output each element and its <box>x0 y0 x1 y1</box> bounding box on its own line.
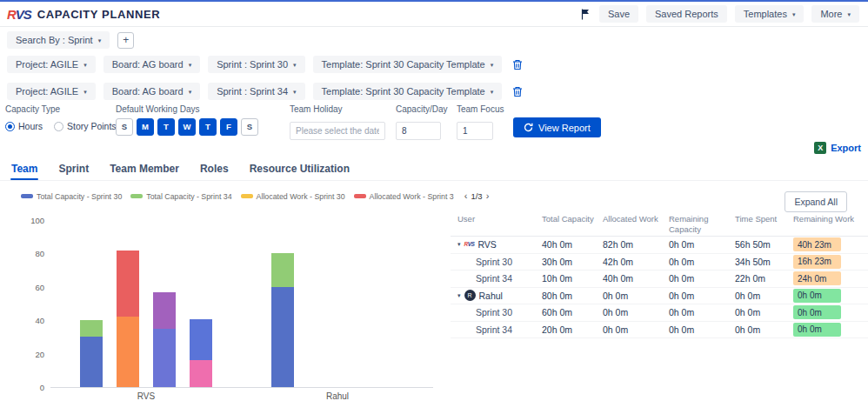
x-axis-label-rvs: RVS <box>137 391 155 401</box>
y-axis-tick: 20 <box>35 349 44 358</box>
bar-segment-total-capacity[interactable] <box>80 337 103 387</box>
more-dropdown-label: More <box>820 9 842 19</box>
board-dropdown[interactable]: Board: AG board▾ <box>103 83 200 100</box>
app-title: Capacity Planner <box>37 8 160 21</box>
cell-total-capacity: 30h 0m <box>542 257 603 267</box>
bar-segment-remaining-work[interactable] <box>190 319 212 359</box>
delete-filter-row-icon[interactable] <box>512 86 523 97</box>
bar-segment-total-capacity[interactable] <box>271 253 294 286</box>
bar-segment-total-capacity[interactable] <box>271 287 294 387</box>
bar-segment-remaining-work[interactable] <box>190 360 212 387</box>
cell-allocated-work: 42h 0m <box>603 257 669 267</box>
chevron-down-icon: ▾ <box>189 89 192 95</box>
column-header-remaining-work: Remaining Work <box>793 214 866 224</box>
expand-all-button[interactable]: Expand All <box>785 191 847 212</box>
tab-resource-utilization[interactable]: Resource Utilization <box>249 158 351 180</box>
team-holiday-label: Team Holiday <box>290 104 385 114</box>
cell-total-capacity: 10h 0m <box>542 273 603 284</box>
legend-item-total-capacity-sprint-30[interactable]: Total Capacity - Sprint 30 <box>21 192 122 201</box>
legend-item-allocated-work-sprint-30[interactable]: Allocated Work - Sprint 30 <box>241 192 345 201</box>
template-dropdown-label: Template: Sprint 30 Capacity Template <box>322 59 485 70</box>
project-dropdown[interactable]: Project: AGILE▾ <box>7 83 96 100</box>
bookmark-flag-icon[interactable] <box>581 9 590 20</box>
working-day-toggle-3[interactable]: W <box>178 118 196 136</box>
search-by-label: Search By : Sprint <box>16 35 93 45</box>
capacity-per-day-label: Capacity/Day <box>396 104 447 114</box>
radio-unselected-icon <box>54 122 63 131</box>
board-dropdown[interactable]: Board: AG board▾ <box>103 56 200 73</box>
capacity-planner-page: RVS Capacity Planner Save Saved Reports … <box>0 0 868 401</box>
expand-caret-icon[interactable]: ▾ <box>457 241 461 248</box>
cell-remaining-capacity: 0h 0m <box>669 324 735 335</box>
tab-team[interactable]: Team <box>10 158 38 180</box>
remaining-work-badge: 24h 0m <box>793 271 841 285</box>
bar-segment-time-spent[interactable] <box>153 329 176 387</box>
cell-remaining-capacity: 0h 0m <box>669 257 735 267</box>
capacity-chart: Total Capacity - Sprint 30Total Capacity… <box>0 183 449 401</box>
template-dropdown[interactable]: Template: Sprint 30 Capacity Template▾ <box>313 83 503 100</box>
remaining-work-badge: 0h 0m <box>793 305 841 319</box>
working-day-toggle-2[interactable]: T <box>157 118 175 136</box>
legend-label: Total Capacity - Sprint 30 <box>37 192 122 201</box>
bar-segment-time-spent[interactable] <box>153 292 176 329</box>
bar-segment-allocated-work[interactable] <box>117 317 139 387</box>
cell-time-spent: 0h 0m <box>735 324 793 335</box>
cell-total-capacity: 60h 0m <box>542 307 603 317</box>
sprint-dropdown[interactable]: Sprint : Sprint 30▾ <box>208 56 304 73</box>
sprint-dropdown[interactable]: Sprint : Sprint 34▾ <box>208 83 304 100</box>
story-points-radio[interactable]: Story Points <box>54 121 117 131</box>
working-day-toggle-6[interactable]: S <box>241 118 258 136</box>
cell-time-spent: 56h 50m <box>735 239 793 250</box>
table-row-sprint-34: Sprint 3420h 0m0h 0m0h 0m0h 0m0h 0m <box>451 322 868 339</box>
working-day-toggle-4[interactable]: T <box>199 118 217 136</box>
templates-dropdown[interactable]: Templates▾ <box>735 5 805 23</box>
hours-radio[interactable]: Hours <box>5 121 43 131</box>
board-dropdown-label: Board: AG board <box>112 59 184 70</box>
user-avatar-icon: R <box>464 290 476 301</box>
bar-segment-total-capacity[interactable] <box>80 320 103 337</box>
header-actions: Save Saved Reports Templates▾ More▾ <box>581 5 859 23</box>
column-header-remaining-capacity: Remaining Capacity <box>669 214 735 236</box>
project-dropdown[interactable]: Project: AGILE▾ <box>7 56 96 73</box>
tab-roles[interactable]: Roles <box>199 158 230 180</box>
templates-dropdown-label: Templates <box>744 9 787 19</box>
sprint-row-label: Sprint 30 <box>457 307 542 317</box>
cell-allocated-work: 0h 0m <box>603 324 669 335</box>
more-dropdown[interactable]: More▾ <box>811 5 859 23</box>
export-link[interactable]: Export <box>831 143 861 153</box>
search-by-dropdown[interactable]: Search By : Sprint▾ <box>7 31 110 49</box>
column-header-allocated-work: Allocated Work <box>603 214 669 224</box>
legend-item-total-capacity-sprint-34[interactable]: Total Capacity - Sprint 34 <box>130 192 231 201</box>
saved-reports-button[interactable]: Saved Reports <box>646 5 727 23</box>
sprint-row-label: Sprint 34 <box>457 324 542 335</box>
tab-team-member[interactable]: Team Member <box>109 158 180 180</box>
expand-caret-icon[interactable]: ▾ <box>457 292 461 299</box>
delete-filter-row-icon[interactable] <box>512 59 523 70</box>
cell-remaining-work: 0h 0m <box>793 305 866 319</box>
save-button[interactable]: Save <box>599 5 638 23</box>
tab-sprint[interactable]: Sprint <box>57 158 90 180</box>
hours-radio-label: Hours <box>18 121 43 131</box>
cell-allocated-work: 0h 0m <box>603 307 669 317</box>
legend-item-allocated-work-sprint-3[interactable]: Allocated Work - Sprint 3 <box>354 192 454 201</box>
user-name[interactable]: RVS <box>477 239 496 250</box>
capacity-type-radios: Hours Story Points <box>5 121 117 131</box>
filter-row-2: Project: AGILE▾ Board: AG board▾ Sprint … <box>0 81 868 102</box>
export-row: X Export <box>814 142 861 154</box>
add-filter-row-button[interactable]: + <box>117 32 134 49</box>
working-day-toggle-1[interactable]: M <box>137 118 154 136</box>
template-dropdown[interactable]: Template: Sprint 30 Capacity Template▾ <box>313 56 503 73</box>
working-day-toggle-0[interactable]: S <box>116 118 133 136</box>
team-holiday-input[interactable] <box>290 122 385 140</box>
bar-segment-allocated-work[interactable] <box>117 251 139 317</box>
column-header-time-spent: Time Spent <box>735 214 793 224</box>
chart-plot: 020406080100RVSRahul <box>50 221 433 388</box>
cell-remaining-capacity: 0h 0m <box>669 291 735 301</box>
view-report-button[interactable]: View Report <box>513 117 601 137</box>
radio-selected-icon <box>5 122 15 131</box>
user-name[interactable]: Rahul <box>479 291 503 301</box>
working-day-toggle-5[interactable]: F <box>220 118 237 136</box>
search-by-row: Search By : Sprint▾ + <box>0 29 868 51</box>
capacity-per-day-input[interactable] <box>396 122 441 140</box>
team-focus-input[interactable] <box>457 122 493 140</box>
